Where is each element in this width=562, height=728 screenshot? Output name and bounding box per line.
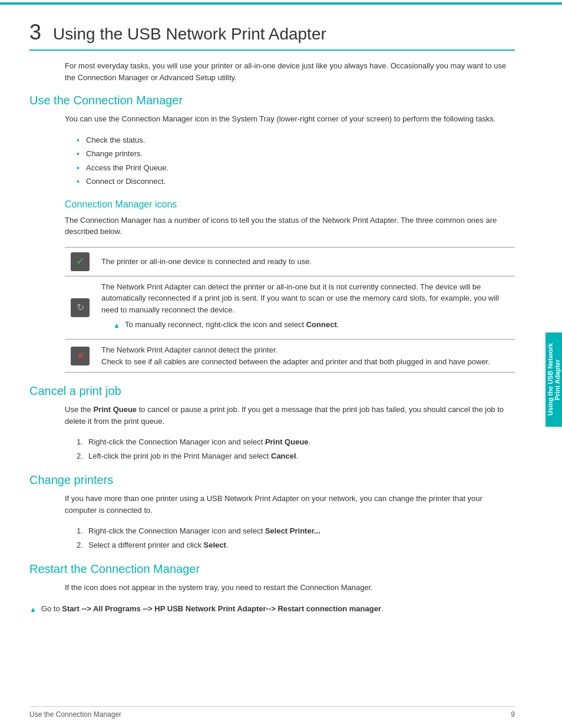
bullet-item: Access the Print Queue. — [77, 162, 515, 174]
bullet-item: Change printers. — [77, 148, 515, 160]
section-intro-use-cm: You can use the Connection Manager icon … — [65, 113, 515, 125]
section-intro-cm-icons: The Connection Manager has a number of i… — [65, 215, 515, 238]
section-change-printers: Change printers If you have more than on… — [29, 473, 515, 551]
top-bar — [0, 2, 562, 5]
icon-desc-connected: The printer or all-in-one device is conn… — [95, 247, 515, 276]
footer-left: Use the Connection Manager — [29, 710, 121, 719]
tip-reconnect: ▲ To manually reconnect, right-click the… — [113, 319, 509, 331]
page-footer: Use the Connection Manager 9 — [29, 706, 515, 719]
numbered-item: Right-click the Connection Manager icon … — [77, 436, 515, 448]
icon-error: ✕ — [71, 347, 90, 365]
icon-cell-disconnected: ↻ — [65, 276, 95, 340]
section-intro-restart-cm: If the icon does not appear in the syste… — [65, 582, 515, 594]
footer-right: 9 — [511, 710, 515, 719]
page-container: Using the USB Network Print Adapter 3 Us… — [0, 2, 562, 728]
section-heading-cancel: Cancel a print job — [29, 384, 515, 398]
section-heading-restart-cm: Restart the Connection Manager — [29, 562, 515, 576]
chapter-heading: 3 Using the USB Network Print Adapter — [29, 20, 515, 51]
icon-error-line2: Check to see if all cables are connected… — [101, 356, 509, 368]
section-restart-cm: Restart the Connection Manager If the ic… — [29, 562, 515, 615]
tip-triangle-restart-icon: ▲ — [29, 604, 37, 615]
subsection-heading-cm-icons: Connection Manager icons — [65, 199, 515, 210]
section-intro-change-printers: If you have more than one printer using … — [65, 493, 515, 516]
table-row-disconnected: ↻ The Network Print Adapter can detect t… — [65, 276, 515, 340]
section-heading-use-cm: Use the Connection Manager — [29, 94, 515, 107]
icon-error-line1: The Network Print Adapter cannot detect … — [101, 344, 509, 356]
tip-text-reconnect: To manually reconnect, right-click the i… — [125, 319, 339, 331]
numbered-item: Left-click the print job in the Print Ma… — [77, 450, 515, 462]
chapter-title: Using the USB Network Print Adapter — [53, 25, 326, 44]
icons-table: ✓ The printer or all-in-one device is co… — [65, 247, 515, 373]
numbered-list-change-printers: Right-click the Connection Manager icon … — [77, 525, 515, 551]
bullet-list-use-cm: Check the status. Change printers. Acces… — [77, 134, 515, 187]
tip-text-restart: Go to Start --> All Programs --> HP USB … — [41, 603, 384, 615]
main-content: 3 Using the USB Network Print Adapter Fo… — [0, 2, 562, 656]
bullet-item: Check the status. — [77, 134, 515, 146]
table-row-connected: ✓ The printer or all-in-one device is co… — [65, 247, 515, 276]
section-use-connection-manager: Use the Connection Manager You can use t… — [29, 94, 515, 187]
bold-print-queue: Print Queue — [93, 405, 137, 414]
tip-triangle-icon: ▲ — [113, 320, 120, 331]
numbered-item: Right-click the Connection Manager icon … — [77, 525, 515, 537]
icon-connected: ✓ — [71, 252, 90, 271]
icon-disconnected: ↻ — [71, 298, 90, 317]
icon-desc-disconnected: The Network Print Adapter can detect the… — [95, 276, 515, 340]
bullet-item: Connect or Disconnect. — [77, 176, 515, 187]
icon-cell-error: ✕ — [65, 340, 95, 373]
section-cancel-print-job: Cancel a print job Use the Print Queue t… — [29, 384, 515, 462]
icon-cell-connected: ✓ — [65, 247, 95, 276]
chapter-number: 3 — [29, 20, 41, 45]
intro-text: For most everyday tasks, you will use yo… — [65, 60, 515, 83]
numbered-list-cancel: Right-click the Connection Manager icon … — [77, 436, 515, 462]
section-heading-change-printers: Change printers — [29, 473, 515, 487]
icon-desc-error: The Network Print Adapter cannot detect … — [95, 340, 515, 373]
tip-restart: ▲ Go to Start --> All Programs --> HP US… — [29, 603, 515, 615]
numbered-item: Select a different printer and click Sel… — [77, 539, 515, 551]
table-row-error: ✕ The Network Print Adapter cannot detec… — [65, 340, 515, 373]
section-intro-cancel: Use the Print Queue to cancel or pause a… — [65, 404, 515, 427]
side-tab: Using the USB Network Print Adapter — [546, 332, 562, 427]
section-cm-icons: Connection Manager icons The Connection … — [29, 199, 515, 373]
